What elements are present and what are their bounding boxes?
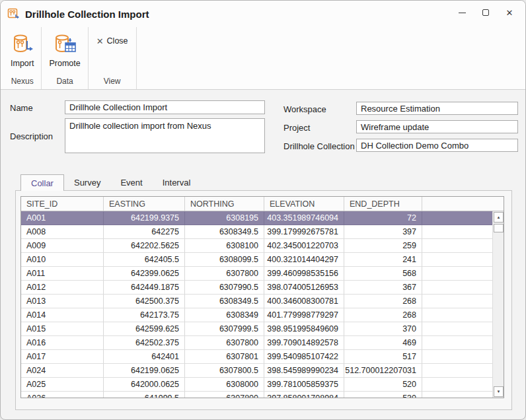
cell[interactable]: 398.951995849609 — [264, 322, 344, 336]
cell[interactable]: 399.709014892578 — [264, 336, 344, 350]
cell-blank[interactable] — [422, 281, 492, 295]
cell-blank[interactable] — [422, 253, 492, 267]
cell-blank[interactable] — [422, 225, 492, 239]
cell[interactable]: 72 — [344, 211, 422, 225]
cell[interactable]: A024 — [21, 364, 104, 378]
cell[interactable]: 268 — [344, 308, 422, 322]
close-button[interactable]: ✕ — [498, 1, 521, 24]
cell-blank[interactable] — [422, 378, 492, 392]
tab-survey[interactable]: Survey — [64, 174, 110, 191]
cell[interactable]: A025 — [21, 378, 104, 392]
cell[interactable]: 642500.375 — [104, 295, 185, 308]
cell[interactable]: 6308100 — [185, 239, 264, 253]
tab-event[interactable]: Event — [110, 174, 152, 191]
close-view-button[interactable]: ✕ Close — [91, 34, 133, 48]
scroll-up-button[interactable]: ▲ — [494, 212, 504, 223]
table-row[interactable]: A013642500.3756308349.5400.3460083007812… — [21, 295, 492, 308]
scroll-down-button[interactable]: ▼ — [494, 386, 504, 397]
cell[interactable]: 400.321014404297 — [264, 253, 344, 267]
cell[interactable]: 517 — [344, 350, 422, 364]
table-row[interactable]: A001642199.93756308195403.35198974609472 — [21, 211, 492, 225]
scrollbar-thumb[interactable] — [494, 224, 504, 232]
cell[interactable]: 6308349.5 — [185, 295, 264, 308]
table-row[interactable]: A0176424016307801399.540985107422517 — [21, 350, 492, 364]
cell[interactable]: 6307800.5 — [185, 364, 264, 378]
import-button[interactable]: Import — [6, 31, 38, 70]
cell[interactable]: 399.460998535156 — [264, 267, 344, 281]
cell-blank[interactable] — [422, 211, 492, 225]
cell[interactable]: A012 — [21, 281, 104, 295]
cell[interactable]: 399.179992675781 — [264, 225, 344, 239]
cell[interactable]: 259 — [344, 239, 422, 253]
cell[interactable]: 6307800 — [185, 267, 264, 281]
cell[interactable]: 398.545989990234 — [264, 364, 344, 378]
promote-button[interactable]: Promote — [44, 31, 85, 70]
cell[interactable]: 241 — [344, 253, 422, 267]
cell-blank[interactable] — [422, 308, 492, 322]
column-header-blank[interactable] — [422, 197, 504, 211]
cell[interactable]: 6308195 — [185, 211, 264, 225]
drillhole-collection-input[interactable]: DH Collection Demo Combo — [356, 139, 518, 152]
vertical-scrollbar[interactable]: ▲ ▼ — [492, 211, 504, 398]
maximize-button[interactable] — [474, 1, 498, 24]
cell[interactable]: 469 — [344, 336, 422, 350]
cell[interactable]: A013 — [21, 295, 104, 308]
cell[interactable]: 6308349.5 — [185, 225, 264, 239]
cell-blank[interactable] — [422, 267, 492, 281]
table-row[interactable]: A014642173.756308349401.779998779297268 — [21, 308, 492, 322]
cell[interactable]: 399.781005859375 — [264, 378, 344, 392]
cell[interactable]: A017 — [21, 350, 104, 364]
cell[interactable]: 402.345001220703 — [264, 239, 344, 253]
cell[interactable]: 398.074005126953 — [264, 281, 344, 295]
cell[interactable]: 641999.5 — [104, 392, 185, 398]
cell[interactable]: 642449.1875 — [104, 281, 185, 295]
cell[interactable]: 642275 — [104, 225, 185, 239]
cell[interactable]: 401.779998779297 — [264, 308, 344, 322]
cell[interactable]: 642599.625 — [104, 322, 185, 336]
cell[interactable]: 642401 — [104, 350, 185, 364]
cell[interactable]: 6308349 — [185, 308, 264, 322]
table-row[interactable]: A016642502.3756307800399.709014892578469 — [21, 336, 492, 350]
cell[interactable]: A008 — [21, 225, 104, 239]
cell[interactable]: 642399.0625 — [104, 267, 185, 281]
cell[interactable]: 642173.75 — [104, 308, 185, 322]
cell[interactable]: 642502.375 — [104, 336, 185, 350]
table-row[interactable]: A011642399.06256307800399.46099853515656… — [21, 267, 492, 281]
column-header-END_DEPTH[interactable]: END_DEPTH — [344, 197, 422, 211]
cell[interactable]: 400.346008300781 — [264, 295, 344, 308]
cell-blank[interactable] — [422, 239, 492, 253]
minimize-button[interactable] — [450, 1, 474, 24]
tab-interval[interactable]: Interval — [153, 174, 201, 191]
name-input[interactable]: Drillhole Collection Import — [65, 100, 265, 114]
cell[interactable]: A010 — [21, 253, 104, 267]
column-header-NORTHING[interactable]: NORTHING — [185, 197, 264, 211]
cell[interactable]: 6307801 — [185, 350, 264, 364]
cell-blank[interactable] — [422, 392, 492, 398]
cell-blank[interactable] — [422, 364, 492, 378]
cell-blank[interactable] — [422, 322, 492, 336]
cell[interactable]: 642199.0625 — [104, 364, 185, 378]
tab-collar[interactable]: Collar — [20, 174, 64, 191]
cell[interactable]: 399.540985107422 — [264, 350, 344, 364]
table-row[interactable]: A0086422756308349.5399.179992675781397 — [21, 225, 492, 239]
cell[interactable]: 642202.5625 — [104, 239, 185, 253]
cell[interactable]: 6307800 — [185, 336, 264, 350]
cell[interactable]: 512.700012207031 — [344, 364, 422, 378]
cell-blank[interactable] — [422, 350, 492, 364]
cell[interactable]: 370 — [344, 322, 422, 336]
cell[interactable]: A011 — [21, 267, 104, 281]
table-row[interactable]: A024642199.06256307800.5398.545989990234… — [21, 364, 492, 378]
table-row[interactable]: A012642449.18756307990.5398.074005126953… — [21, 281, 492, 295]
cell[interactable]: 520 — [344, 378, 422, 392]
cell[interactable]: 6307990.5 — [185, 281, 264, 295]
cell[interactable]: 642199.9375 — [104, 211, 185, 225]
column-header-ELEVATION[interactable]: ELEVATION — [264, 197, 344, 211]
cell[interactable]: 403.351989746094 — [264, 211, 344, 225]
cell[interactable]: 530 — [344, 392, 422, 398]
project-input[interactable]: Wireframe update — [356, 120, 518, 133]
cell[interactable]: A001 — [21, 211, 104, 225]
cell-blank[interactable] — [422, 336, 492, 350]
cell[interactable]: 642405.5 — [104, 253, 185, 267]
description-input[interactable]: Drillhole collection import from Nexus — [65, 118, 265, 153]
cell[interactable]: 642000.0625 — [104, 378, 185, 392]
